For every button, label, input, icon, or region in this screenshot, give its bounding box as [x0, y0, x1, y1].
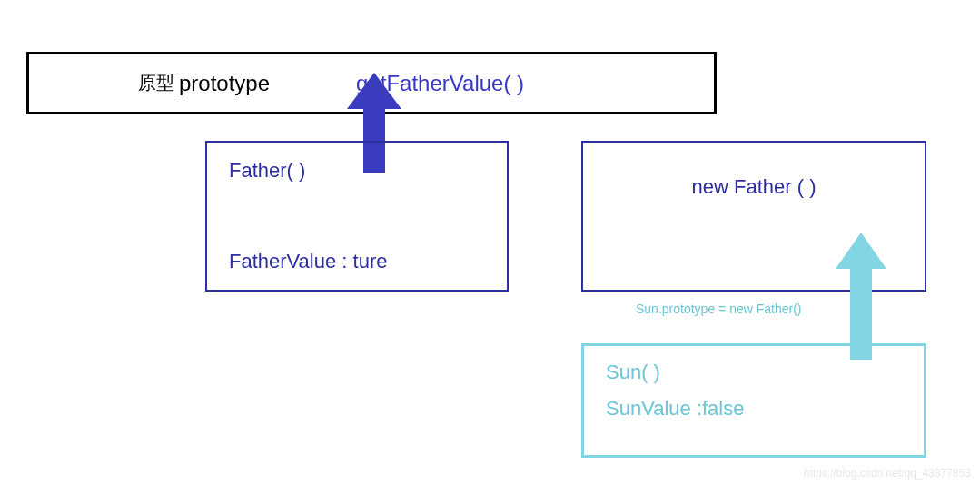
svg-marker-1 [836, 233, 886, 360]
watermark-text: https://blog.csdn.net/qq_43377853 [804, 467, 971, 480]
arrow-up-cyan-icon [836, 233, 886, 360]
prototype-label-english: prototype [179, 71, 270, 96]
father-box: Father( ) FatherValue : ture [205, 141, 509, 292]
sun-box: Sun( ) SunValue :false [581, 343, 926, 458]
new-father-label: new Father ( ) [692, 175, 817, 199]
father-property-label: FatherValue : ture [229, 250, 485, 273]
sun-constructor-label: Sun( ) [606, 361, 902, 384]
assignment-label: Sun.prototype = new Father() [636, 302, 802, 316]
sun-property-label: SunValue :false [606, 397, 902, 421]
prototype-label-chinese: 原型 [138, 71, 174, 95]
father-constructor-label: Father( ) [229, 159, 485, 183]
